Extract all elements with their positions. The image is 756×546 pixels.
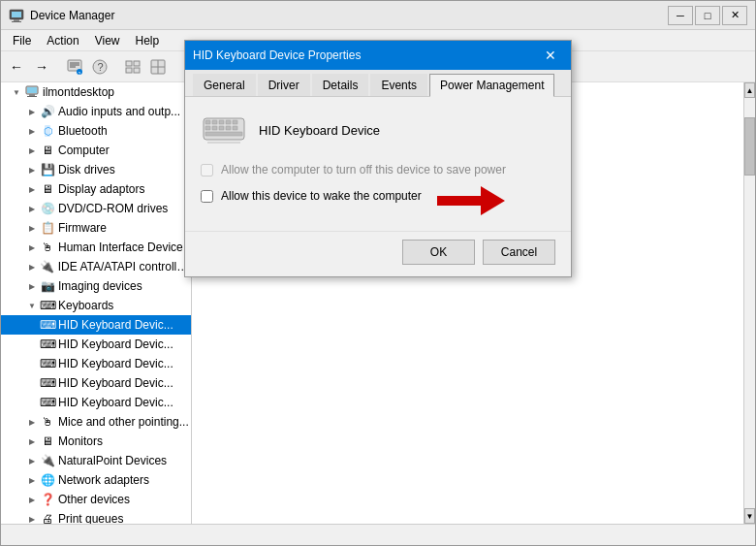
naturalpoint-icon: 🔌 [40,453,55,468]
tree-item-monitors[interactable]: ▶ 🖥 Monitors [1,432,191,451]
window-controls: ─ □ ✕ [668,6,747,25]
hid-keyboard-icon4: ⌨ [40,375,55,391]
expand-icon: ▶ [24,162,40,177]
forward-button[interactable]: → [30,55,53,79]
dialog-close-button[interactable]: ✕ [538,46,563,65]
device-tree[interactable]: ▼ ilmontdesktop ▶ 🔊 Audio inputs and out… [1,82,192,524]
network-icon: 🌐 [40,472,55,488]
menu-help[interactable]: Help [128,32,168,49]
tree-item-hid-keyboard-1[interactable]: ⌨ HID Keyboard Devic... [1,315,191,335]
checkbox-wake[interactable] [201,190,213,203]
hid-keyboard-icon3: ⌨ [40,356,55,371]
device-name: HID Keyboard Device [259,123,380,138]
item-label: Monitors [58,434,103,448]
menu-file[interactable]: File [5,32,39,49]
tree-item-bluetooth[interactable]: ▶ ⬡ Bluetooth [1,121,191,141]
svg-rect-20 [27,87,37,93]
tree-item-hid-keyboard-5[interactable]: ⌨ HID Keyboard Devic... [1,393,191,412]
tree-item-disk[interactable]: ▶ 💾 Disk drives [1,160,191,179]
item-label: Imaging devices [58,279,142,293]
tree-item-computer[interactable]: ▶ 🖥 Computer [1,141,191,160]
tree-item-firmware[interactable]: ▶ 📋 Firmware [1,218,191,238]
main-scrollbar[interactable]: ▲ ▼ [743,82,755,524]
expand-icon: ▶ [24,104,40,119]
item-label: Network adapters [58,473,149,487]
tree-item-hid-keyboard-2[interactable]: ⌨ HID Keyboard Devic... [1,335,191,354]
svg-rect-28 [219,120,224,124]
dvd-icon: 💿 [40,201,55,216]
expand-icon: ▶ [24,123,40,139]
item-label: Human Interface Device [58,241,183,254]
scan-changes-button[interactable] [121,55,144,79]
computer-icon [24,84,40,100]
tab-details[interactable]: Details [312,74,369,96]
tree-item-print[interactable]: ▶ 🖨 Print queues [1,509,191,524]
expand-icon: ▶ [24,511,40,524]
svg-rect-21 [29,94,35,96]
scroll-up-button[interactable]: ▲ [744,82,755,98]
scroll-down-button[interactable]: ▼ [744,508,755,524]
tree-item-mice[interactable]: ▶ 🖱 Mice and other pointing... [1,412,191,432]
tree-item-display[interactable]: ▶ 🖥 Display adaptors [1,179,191,199]
mice-icon: 🖱 [40,414,55,430]
expand-icon: ▶ [24,259,40,274]
expand-icon: ▶ [24,220,40,236]
print-icon: 🖨 [40,511,55,524]
item-label: NaturalPoint Devices [58,454,167,467]
expand-icon: ▶ [24,201,40,216]
close-button[interactable]: ✕ [722,6,747,25]
svg-rect-31 [205,126,210,130]
tree-item-ide[interactable]: ▶ 🔌 IDE ATA/ATAPI controlle... [1,257,191,276]
minimize-button[interactable]: ─ [668,6,693,25]
item-label: Bluetooth [58,124,108,138]
help-button[interactable]: ? [88,55,111,79]
tree-item-hid-keyboard-4[interactable]: ⌨ HID Keyboard Devic... [1,373,191,393]
item-label: HID Keyboard Devic... [58,337,173,351]
maximize-button[interactable]: □ [695,6,720,25]
item-label: Firmware [58,221,107,235]
tab-driver[interactable]: Driver [258,74,310,96]
svg-rect-26 [205,120,210,124]
item-label: Mice and other pointing... [58,415,189,429]
dialog-tabs: General Driver Details Events Power Mana… [185,70,571,97]
tree-root[interactable]: ▼ ilmontdesktop [1,82,191,102]
tree-item-hid-keyboard-3[interactable]: ⌨ HID Keyboard Devic... [1,354,191,373]
cancel-button[interactable]: Cancel [483,240,555,265]
scroll-thumb[interactable] [744,117,755,176]
expand-keyboards-icon: ▼ [24,298,40,313]
tree-item-network[interactable]: ▶ 🌐 Network adapters [1,470,191,490]
tree-item-audio[interactable]: ▶ 🔊 Audio inputs and outp... [1,102,191,121]
back-button[interactable]: ← [5,55,28,79]
item-label: Other devices [58,493,130,506]
expand-icon: ▶ [24,143,40,158]
dialog-title: HID Keyboard Device Properties [193,48,538,62]
item-label: HID Keyboard Devic... [58,396,173,409]
tab-general[interactable]: General [193,74,256,96]
svg-rect-1 [12,12,21,17]
tab-events[interactable]: Events [370,74,427,96]
hid-keyboard-icon2: ⌨ [40,337,55,352]
toggle-view-button[interactable] [146,55,170,79]
tree-item-naturalpoint[interactable]: ▶ 🔌 NaturalPoint Devices [1,451,191,470]
menu-action[interactable]: Action [39,32,86,49]
expand-icon: ▶ [24,414,40,430]
title-bar: Device Manager ─ □ ✕ [1,1,755,30]
hid-icon: 🖱 [40,240,55,255]
tab-power-management[interactable]: Power Management [429,74,554,97]
tree-item-other[interactable]: ▶ ❓ Other devices [1,490,191,509]
item-label: Computer [58,144,110,157]
tree-item-dvd[interactable]: ▶ 💿 DVD/CD-ROM drives [1,199,191,218]
svg-rect-27 [212,120,217,124]
item-label: Print queues [58,512,123,524]
tree-item-imaging[interactable]: ▶ 📷 Imaging devices [1,276,191,296]
item-label: HID Keyboard Devic... [58,376,173,390]
menu-view[interactable]: View [87,32,128,49]
item-label: HID Keyboard Devic... [58,318,173,332]
properties-button[interactable]: ? [63,55,86,79]
tree-item-keyboards[interactable]: ▼ ⌨ Keyboards [1,296,191,315]
tree-item-hid[interactable]: ▶ 🖱 Human Interface Device [1,238,191,257]
ok-button[interactable]: OK [402,240,475,265]
red-arrow-indicator [437,186,505,215]
expand-icon: ▶ [24,240,40,255]
checkbox-save-power[interactable] [201,164,213,177]
